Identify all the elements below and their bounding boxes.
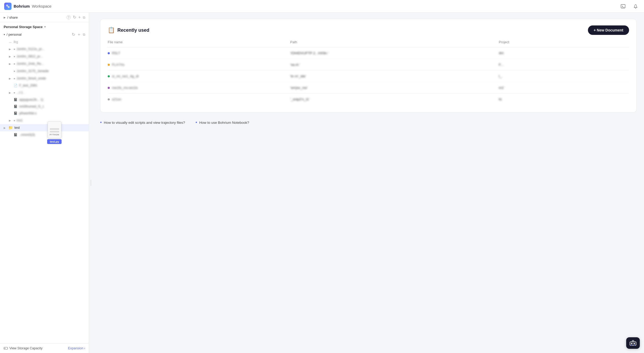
tree-item-8[interactable]: 📓 nm0lhumed_f1_t. [0,103,89,110]
project-cell-2: l_. [499,71,629,82]
new-document-button[interactable]: + New Document [588,25,629,35]
terminal-icon-btn[interactable] [619,2,627,10]
drag-filename-badge: test.py [47,139,62,144]
drag-file-lines2 [50,131,59,132]
svg-point-9 [631,343,632,344]
tree-item-4[interactable]: ▶ ▫ Jomhn_9ms4_smde [0,75,89,82]
storage-capacity-btn[interactable]: View Storage Capacity [4,346,42,350]
recently-used-card: 📋 Recently used + New Document File name… [100,19,637,113]
personal-refresh-icon[interactable]: ↻ [72,32,75,37]
personal-copy-icon[interactable]: ⧉ [83,33,85,37]
item-10-icon: ▫ [14,118,15,122]
path-cell-3: 'sm)sv_rss' [290,82,499,94]
table-row-0[interactable]: R5LT '/OHIDVUFTP 2, .HX9n.' 4H: [108,47,629,59]
filename-cell-0: R5LT [108,47,290,59]
main-content: 📋 Recently used + New Document File name… [93,13,644,353]
item-1-arrow: ▶ [9,55,12,58]
personal-add-icon[interactable]: + [78,32,80,37]
sidebar-bottom: View Storage Capacity Expansion › [0,343,89,353]
tree-item-7[interactable]: 📓 appyguez2k... 1) [0,96,89,103]
logo-icon [4,3,12,10]
lbg-label: lbg [14,40,85,44]
copy-icon[interactable]: ⧉ [83,16,85,19]
table-row-3[interactable]: me1fs_mv.ws1ls 'sm)sv_rss' m1' [108,82,629,94]
help-link-0[interactable]: • How to visually edit scripts and view … [100,120,185,125]
test-folder-icon: 📁 [8,126,13,130]
item-2-label: Jomhn_2mls_Re... [17,62,85,66]
filename-2: si_mi_ne1_4g_dl [112,74,139,78]
tree-item-2[interactable]: ▶ ▫ Jomhn_2mls_Re... [0,60,89,67]
file-dot-0 [108,52,110,54]
sidebar-share: ▶ / share ? ↻ + ⧉ [0,13,89,22]
project-cell-1: F... [499,59,629,71]
table-row-2[interactable]: si_mi_ne1_4g_dl 'tn rn'_tds' l_. [108,71,629,82]
table-row-1[interactable]: FLA7Xs 'sa.nl.' F... [108,59,629,71]
drag-tooltip: PYTHON test.py [47,121,62,144]
help-link-label-1: How to use Bohrium Notebook? [199,121,249,125]
item-0-label: Jomhn_512Ju_pr... [17,47,85,51]
test-arrow: ▶ [4,126,7,129]
add-icon[interactable]: + [78,15,81,19]
svg-rect-5 [4,347,8,349]
tree-item-5[interactable]: 📄 F_test_2081 [0,82,89,89]
tree-item-12[interactable]: 📓 ..nmmt3(3) [0,131,89,138]
personal-storage-title: Personal Storage Space [4,25,43,29]
refresh-icon[interactable]: ↻ [73,15,76,19]
tree-item-9[interactable]: 📓 plhwerthbl.x [0,110,89,117]
tree-item-10[interactable]: ▶ ▫ ms1 [0,117,89,124]
tree-item-1[interactable]: ▶ ▫ Jomhn_0812_pr... [0,53,89,60]
item-7-label: appyguez2k... 1) [19,98,85,101]
card-title-row: 📋 Recently used [108,27,149,34]
item-4-icon: ▫ [14,76,15,81]
robot-icon-btn[interactable] [626,337,640,349]
filename-cell-3: me1fs_mv.ws1ls [108,82,290,94]
topbar: Bohrium Workspace [0,0,644,13]
tree-item-0[interactable]: ▶ ▫ Jomhn_512Ju_pr... [0,45,89,53]
svg-point-6 [5,348,6,349]
expansion-link[interactable]: Expansion › [68,346,85,350]
project-cell-0: 4H: [499,47,629,59]
svg-rect-7 [630,342,636,345]
tree-item-test[interactable]: ▶ 📁 test [0,124,89,131]
item-2-icon: ▫ [14,62,15,66]
notification-icon-btn[interactable] [631,2,640,10]
path-cell-2: 'tn rn'_tds' [290,71,499,82]
lbg-arrow: — [9,41,12,44]
item-1-icon: ▫ [14,54,15,58]
item-1-label: Jomhn_0812_pr... [17,55,85,58]
filename-cell-4: s21sn [108,94,290,105]
resize-handle[interactable] [89,13,93,353]
item-4-label: Jomhn_9ms4_smde [17,77,85,80]
file-table-head: File name Path Project [108,40,629,47]
file-table: File name Path Project R5LT '/OHIDV [108,40,629,105]
tree-item-3[interactable]: ▫ Jomhn_3170_Jsmede [0,67,89,75]
main-layout: ▶ / share ? ↻ + ⧉ Personal Storage Space… [0,13,644,353]
svg-rect-13 [631,345,632,346]
filename-cell-2: si_mi_ne1_4g_dl [108,71,290,82]
filename-3: me1fs_mv.ws1ls [112,86,138,90]
table-row-4[interactable]: s21sn '_snip2'n_t1' hl. [108,94,629,105]
item-12-icon: 📓 [14,133,18,137]
tree-item-lbg[interactable]: — lbg [0,39,89,45]
item-9-icon: 📓 [14,111,18,115]
personal-storage-chevron[interactable]: ▾ [44,25,46,29]
tree-item-6[interactable]: ▶ ▫ ...t 1 . [0,89,89,96]
share-expand-arrow[interactable]: ▶ [4,16,6,19]
topbar-right [619,2,640,10]
help-icon[interactable]: ? [67,15,71,19]
expansion-label: Expansion [68,346,83,350]
drag-file-type: PYTHON [50,133,59,136]
filename-1: FLA7Xs [112,63,124,67]
filename-cell-1: FLA7Xs [108,59,290,71]
sidebar-tree: ▾ / personal ↻ + ⧉ — lbg ▶ ▫ Jomhn_512Ju… [0,30,89,343]
path-cell-0: '/OHIDVUFTP 2, .HX9n.' [290,47,499,59]
svg-rect-14 [634,345,635,346]
personal-expand-arrow[interactable]: ▾ [4,33,5,36]
help-link-1[interactable]: • How to use Bohrium Notebook? [195,120,249,125]
file-dot-2 [108,75,110,77]
col-project: Project [499,40,629,47]
recently-used-icon: 📋 [108,27,115,34]
item-8-icon: 📓 [14,105,18,108]
card-header: 📋 Recently used + New Document [108,25,629,35]
col-filename: File name [108,40,290,47]
